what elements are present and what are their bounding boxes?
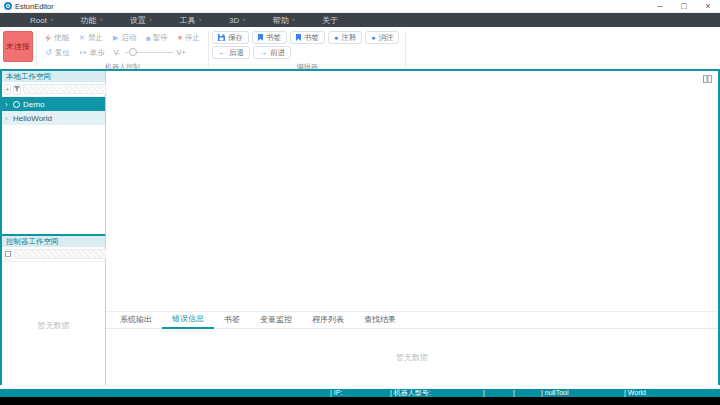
menu-item-functions[interactable]: 功能˅ [80,15,103,26]
editor-group: 保存 书签 书签 ● 注释 ● 消注 [212,29,402,69]
bottom-panel-body: 暂无数据 [106,329,718,385]
bottom-panel: 系统输出 错误信息 书签 变量监控 程序列表 查找结果 暂无数据 [106,311,718,385]
lightning-icon [45,34,51,42]
window-controls: – □ × [648,0,720,12]
content-area: 本地工作空间 + ↻ › Demo › HelloWorld [0,69,720,385]
status-divider: | [513,389,515,397]
chevron-down-icon: ˅ [198,17,202,23]
split-view-button[interactable] [703,75,712,83]
maximize-button[interactable]: □ [672,0,696,12]
back-button[interactable]: ← 后退 [212,46,250,59]
step-button[interactable]: ↦ 单步 [75,46,110,59]
menu-item-tools[interactable]: 工具˅ [179,15,202,26]
save-button[interactable]: 保存 [212,31,249,44]
bottom-tabs: 系统输出 错误信息 书签 变量监控 程序列表 查找结果 [106,312,718,329]
step-icon: ↦ [80,48,87,57]
toolbar-divider [208,31,209,67]
save-icon [218,34,225,41]
expander-icon[interactable]: › [5,100,10,109]
chevron-down-icon: ˅ [149,17,153,23]
controller-empty-text: 暂无数据 [2,320,105,331]
menu-item-settings[interactable]: 设置˅ [130,15,153,26]
arrow-left-icon: ← [218,48,226,57]
comment-icon: ● [334,34,338,41]
minimize-button[interactable]: – [648,0,672,12]
pause-button[interactable]: ▮▮ 暂停 [141,31,173,44]
chevron-down-icon: ˅ [292,17,296,23]
close-button[interactable]: × [696,0,720,12]
tab-program-list[interactable]: 程序列表 [302,314,354,328]
local-workspace-title: 本地工作空间 [2,71,105,82]
app-window: EstunEditor – □ × Root˅ 功能˅ 设置˅ 工具˅ 3D˅ … [0,0,720,405]
uncomment-button[interactable]: ● 消注 [365,31,399,44]
toolbar-divider [36,31,37,67]
window-bottom-edge [0,397,720,405]
robot-control-group: 使能 ✕ 禁止 ▶ 启动 ▮▮ 暂停 ■ 停止 [40,29,205,69]
tab-error-info[interactable]: 错误信息 [162,313,214,329]
controller-workspace-toolbar: ↻ [2,247,105,262]
stop-icon: ■ [178,34,182,41]
arrow-right-icon: → [259,48,267,57]
stop-button[interactable]: ■ 停止 [173,31,205,44]
local-workspace-panel: 本地工作空间 + ↻ › Demo › HelloWorld [2,71,105,234]
app-title: EstunEditor [15,2,54,11]
project-icon [13,101,20,108]
reset-button[interactable]: ↺ 复位 [40,46,75,59]
toolbar: 未连接 使能 ✕ 禁止 ▶ 启动 ▮▮ 暂停 [0,27,720,69]
tab-search-results[interactable]: 查找结果 [354,314,406,328]
menu-item-help[interactable]: 帮助˅ [273,15,296,26]
enable-button[interactable]: 使能 [40,31,74,44]
status-robot-model: | 机器人型号: [390,389,431,397]
connection-status-button[interactable]: 未连接 [3,31,33,62]
start-button[interactable]: ▶ 启动 [108,31,141,44]
comment-button[interactable]: ● 注释 [328,31,362,44]
tree-item-demo[interactable]: › Demo [2,97,105,111]
pause-icon: ▮▮ [146,35,150,41]
columns-icon [703,75,712,83]
editor-blank-area[interactable] [106,71,718,311]
uncomment-icon: ● [371,34,375,41]
tree-item-helloworld[interactable]: › HelloWorld [2,111,105,125]
velocity-slider-knob[interactable] [129,48,137,56]
toolbar-divider [405,31,406,67]
local-workspace-toolbar: + ↻ [2,82,105,97]
bookmark-prev-button[interactable]: 书签 [252,31,287,44]
add-button[interactable]: + [4,84,11,95]
chevron-down-icon: ˅ [242,17,246,23]
tab-system-output[interactable]: 系统输出 [110,314,162,328]
reset-icon: ↺ [45,48,52,57]
disable-button[interactable]: ✕ 禁止 [74,31,108,44]
velocity-slider-track[interactable] [125,52,173,53]
status-frame: | World [624,389,646,397]
chevron-down-icon: ˅ [99,17,103,23]
expander-icon[interactable]: › [5,114,10,123]
cross-icon: ✕ [79,34,85,42]
chevron-down-icon: ˅ [50,17,54,23]
controller-workspace-title: 控制器工作空间 [2,236,105,247]
menu-bar: Root˅ 功能˅ 设置˅ 工具˅ 3D˅ 帮助˅ 关于 [0,13,720,27]
status-divider: | [483,389,485,397]
tab-variable-monitor[interactable]: 变量监控 [250,314,302,328]
bottom-empty-text: 暂无数据 [396,352,428,363]
velocity-minus-label[interactable]: V- [113,48,120,57]
status-ip: | IP: [330,389,342,397]
menu-item-root[interactable]: Root˅ [30,16,53,25]
device-icon[interactable] [4,249,12,260]
status-bar: | IP: | 机器人型号: | | | nullTool | World [0,389,720,397]
play-icon: ▶ [113,34,118,42]
status-tool: | nullTool [541,389,569,397]
tab-bookmarks[interactable]: 书签 [214,314,250,328]
main-area: 系统输出 错误信息 书签 变量监控 程序列表 查找结果 暂无数据 [106,71,720,385]
title-bar: EstunEditor – □ × [0,0,720,13]
velocity-slider: V- V+ [113,48,185,57]
bookmark-icon [296,34,301,41]
forward-button[interactable]: → 前进 [253,46,291,59]
filter-button[interactable] [13,84,21,95]
bookmark-next-button[interactable]: 书签 [290,31,325,44]
menu-item-3d[interactable]: 3D˅ [229,16,246,25]
controller-search-input[interactable] [14,249,111,259]
velocity-plus-label[interactable]: V+ [177,48,186,57]
controller-workspace-panel: 控制器工作空间 ↻ 暂无数据 [2,234,105,385]
app-logo-icon [4,2,12,10]
menu-item-about[interactable]: 关于 [322,15,338,26]
